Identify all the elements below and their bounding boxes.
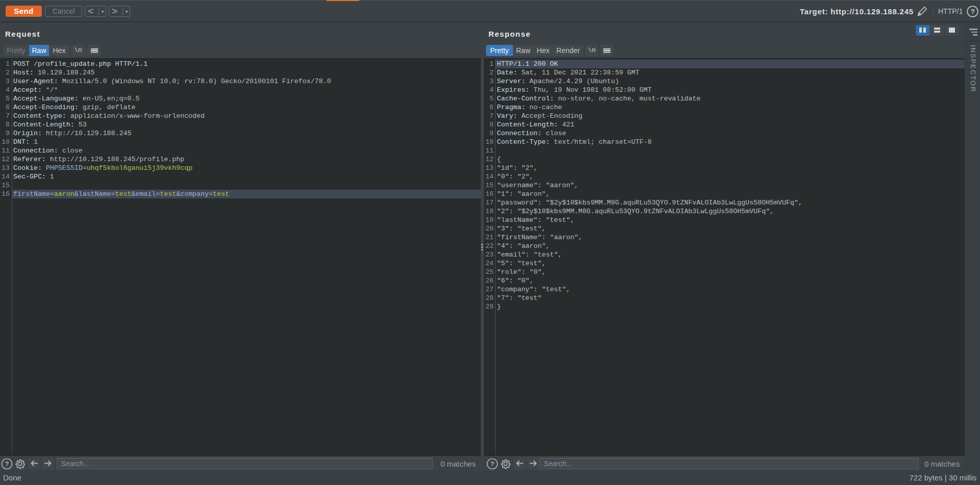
svg-text:?: ? [5,460,9,468]
svg-text:?: ? [491,460,495,468]
svg-text:?: ? [970,8,974,15]
